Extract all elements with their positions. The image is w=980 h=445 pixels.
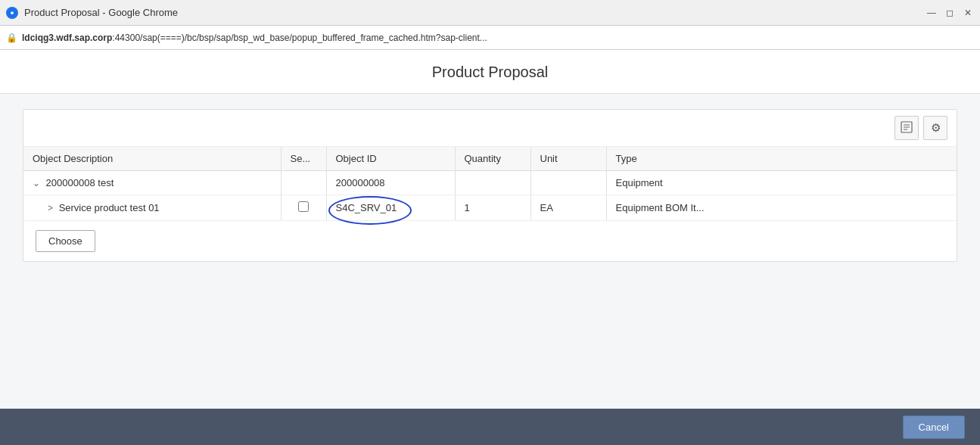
close-button[interactable]: ✕: [962, 7, 974, 19]
minimize-button[interactable]: —: [926, 7, 938, 19]
choose-area: Choose: [23, 221, 957, 261]
collapse-icon[interactable]: ⌄: [33, 178, 40, 188]
title-bar: Product Proposal - Google Chrome — ◻ ✕: [0, 0, 980, 26]
row2-type: Equipment BOM It...: [606, 195, 957, 221]
row1-object-id: 200000008: [326, 171, 455, 195]
col-header-quantity: Quantity: [455, 147, 530, 171]
col-header-unit: Unit: [530, 147, 606, 171]
main-content: Product Proposal ⚙: [0, 50, 980, 409]
cancel-button[interactable]: Cancel: [903, 415, 965, 439]
card-toolbar: ⚙: [23, 110, 957, 147]
settings-icon: ⚙: [931, 121, 941, 135]
circled-object-id: S4C_SRV_01: [336, 202, 397, 213]
row2-description: > Service product test 01: [23, 195, 281, 221]
row1-unit: [530, 171, 606, 195]
col-header-description: Object Description: [23, 147, 281, 171]
address-bar: 🔒 ldciqg3.wdf.sap.corp:44300/sap(====)/b…: [0, 26, 980, 50]
row2-quantity: 1: [455, 195, 530, 221]
bottom-bar: Cancel: [0, 409, 980, 445]
row1-type: Equipment: [606, 171, 957, 195]
page-title-area: Product Proposal: [0, 50, 980, 94]
page-title: Product Proposal: [0, 64, 980, 81]
browser-icon: [6, 7, 18, 19]
choose-button[interactable]: Choose: [36, 230, 95, 252]
row2-checkbox[interactable]: [298, 201, 309, 212]
row1-description: ⌄ 200000008 test: [23, 171, 281, 195]
col-header-se: Se...: [281, 147, 326, 171]
address-rest: :44300/sap(====)/bc/bsp/sap/bsp_wd_base/…: [112, 33, 487, 43]
row1-se: [281, 171, 326, 195]
settings-button[interactable]: ⚙: [923, 116, 947, 140]
window-controls[interactable]: — ◻ ✕: [926, 7, 974, 19]
row2-unit: EA: [530, 195, 606, 221]
table-row: ⌄ 200000008 test 200000008 Equipment: [23, 171, 957, 195]
row2-object-id: S4C_SRV_01: [326, 195, 455, 221]
address-host: ldciqg3.wdf.sap.corp: [22, 33, 112, 43]
export-icon: [901, 121, 913, 135]
window-title: Product Proposal - Google Chrome: [24, 7, 926, 18]
expand-icon[interactable]: >: [48, 203, 53, 213]
data-table: Object Description Se... Object ID Quant…: [23, 147, 957, 221]
table-row: > Service product test 01 S4C_SRV_01 1 E…: [23, 195, 957, 221]
maximize-button[interactable]: ◻: [944, 7, 956, 19]
lock-icon: 🔒: [6, 33, 17, 43]
col-header-type: Type: [606, 147, 957, 171]
address-text: ldciqg3.wdf.sap.corp:44300/sap(====)/bc/…: [22, 33, 487, 43]
col-header-object-id: Object ID: [326, 147, 455, 171]
row2-se[interactable]: [281, 195, 326, 221]
svg-point-1: [11, 11, 14, 14]
export-button[interactable]: [894, 116, 919, 140]
row1-quantity: [455, 171, 530, 195]
card: ⚙ Object Description Se... Object ID Qua…: [23, 109, 957, 262]
table-header-row: Object Description Se... Object ID Quant…: [23, 147, 957, 171]
